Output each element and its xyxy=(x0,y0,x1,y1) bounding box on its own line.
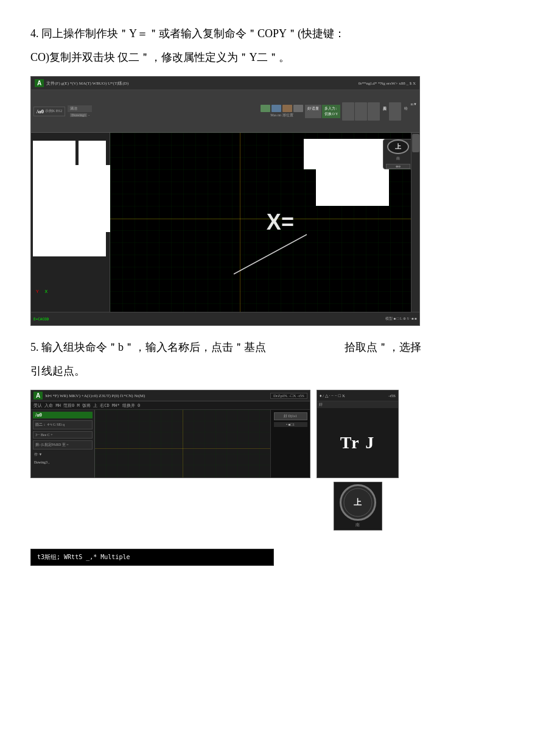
cad1-right-panel: 好·适显 多入力: 切换O Y xyxy=(305,105,340,118)
cad1-ribbon: /α0 示例K BS2 清洁 Drawing1 - Mas nn 渐位置 好· xyxy=(31,90,419,133)
cad1-tools: 实用工具 绘 m▼ xyxy=(342,102,417,121)
cad2-left-panel: /α0 圆二： 4+t G SEi q 3··· Bee C + 拥: (L批定… xyxy=(31,410,95,478)
cad2-indicator: • ■□1 xyxy=(274,422,307,427)
cad2-panel3: 拥: (L批定PARD 至 = xyxy=(33,440,93,449)
compass-inner: 上 xyxy=(387,139,409,154)
cad1-statusbar-icons: 模型 ■ □ L ⊕ S · ■ ■ xyxy=(385,316,417,322)
compass4-south: 南 xyxy=(355,522,360,528)
cad1-vscroll-thumb xyxy=(412,134,419,152)
cad1-titlebar: A 文件(F) g(E) *(V) MA(T) WBUO) U*(T)练(D) … xyxy=(31,77,419,90)
cad2-panel2: 3··· Bee C + xyxy=(33,431,93,439)
section5-text: 5. 输入组块命令＂b＂，输入名称后，点击＂基点 拾取点＂，选择 引线起点。 xyxy=(30,338,530,380)
cad2-right-panel: 好 Dj1s1 • ■□1 xyxy=(270,410,310,478)
fp-shape-5 xyxy=(82,232,106,256)
section4-line1: 4. 同上操作制作块＂Υ＝＂或者输入复制命令＂COPY＂(快捷键： xyxy=(30,24,530,43)
cad2-alpha: /α0 xyxy=(33,412,93,418)
fp-shape-4 xyxy=(33,183,82,256)
cad2-vline xyxy=(183,410,183,478)
cad1-ribbon-tabs: 清洁 Drawing1 - xyxy=(68,105,92,118)
compass4-container: 上 南 xyxy=(340,484,376,528)
cad-screenshot-3: ♦ / △ · − − □ X -t5S 好 Tr J xyxy=(317,390,399,478)
cad2-titlebar: A M•l *F) WR) MKV) +A(1)±0) Z3UT) P(0) f… xyxy=(31,390,310,401)
cad2-logo: A xyxy=(33,392,43,400)
cad-compass-4: 上 南 xyxy=(334,482,382,530)
cad1-hline xyxy=(110,219,419,219)
section4-line2: CO)复制并双击块 仅二＂，修改属性定义为＂Υ二＂。 xyxy=(30,48,530,67)
cad1-ribbon-left: /α0 示例K BS2 xyxy=(33,107,65,116)
cad1-axis: Y X xyxy=(36,289,47,294)
cad2-main-area xyxy=(95,410,270,478)
cad1-vline xyxy=(240,133,240,312)
cad1-title-right: 0r**ngl.d* *Ng ersW> x88 _ $ X xyxy=(359,81,416,86)
compass-controls: ⊕⊖ xyxy=(386,164,410,169)
fp-right-2 xyxy=(316,169,365,206)
cad1-icon3 xyxy=(282,105,292,112)
cad-screenshots-row: A M•l *F) WR) MKV) +A(1)±0) Z3UT) P(0) f… xyxy=(30,390,530,530)
cad2-title-info: DrZpIN. -□X -t5S xyxy=(270,393,307,399)
cad1-ribbon-right: Mas nn 渐位置 好·适显 多入力: 切换O Y 实用工具 绘 m▼ xyxy=(261,102,417,121)
cad2-drawing-name: Dawing3 , xyxy=(33,460,93,465)
cad-screenshot-2: A M•l *F) WR) MKV) +A(1)±0) Z3UT) P(0) f… xyxy=(30,390,310,478)
cad1-icon4 xyxy=(293,105,303,112)
cad1-cmd-text: E=CACOD xyxy=(33,317,49,321)
svg-line-0 xyxy=(234,234,307,274)
cad2-menu: M•l *F) WR) MKV) +A(1)±0) Z3UT) P(0) f1*… xyxy=(45,393,145,398)
compass-label: 上 xyxy=(395,143,401,151)
bottom-status-bar: t3斯组; WRttS _,* Multiple xyxy=(30,549,274,566)
section5-line2: 引线起点。 xyxy=(30,362,530,381)
compass4-label: 上 xyxy=(354,497,362,508)
cad1-left-panel: Y X xyxy=(31,133,110,312)
cad2-status-badge: 好 Dj1s1 xyxy=(274,412,307,420)
cad3-subtitle: 好 xyxy=(317,401,398,408)
cad3-titlebar: ♦ / △ · − − □ X -t5S xyxy=(317,390,398,401)
cad1-compass: 上 南 ⊕⊖ xyxy=(383,139,413,169)
cad1-icon1 xyxy=(261,105,270,112)
cad2-panel-label: 作·▼ xyxy=(33,451,93,458)
cad1-logo: A xyxy=(35,79,44,87)
compass4-inner: 上 xyxy=(340,484,376,521)
cad1-icon2 xyxy=(271,105,281,112)
compass-south: 南 xyxy=(396,156,400,161)
fp-shape-1 xyxy=(33,141,75,165)
bottom-status-text: t3斯组; WRttS _,* Multiple xyxy=(37,553,130,562)
cad1-floorplan-right xyxy=(304,139,383,206)
section5-line1: 5. 输入组块命令＂b＂，输入名称后，点击＂基点 拾取点＂，选择 xyxy=(30,338,530,357)
cad1-drawing-area: X= 上 南 ⊕⊖ xyxy=(110,133,419,312)
cad2-content: /α0 圆二： 4+t G SEi q 3··· Bee C + 拥: (L批定… xyxy=(31,410,310,478)
cad1-cmdline: E=CACOD 模型 ■ □ L ⊕ S · ■ ■ xyxy=(31,312,419,325)
cad2-panel1: 圆二： 4+t G SEi q xyxy=(33,420,93,429)
cad1-floorplan-left xyxy=(33,141,106,256)
fp-right-1 xyxy=(304,139,365,169)
cad1-diagonal xyxy=(228,231,319,280)
cad1-workspace: Y X X= xyxy=(31,133,419,312)
cad1-vscroll[interactable] xyxy=(411,133,419,312)
cad1-menu: 文件(F) g(E) *(V) MA(T) WBUO) U*(T)练(D) xyxy=(46,80,128,86)
section4-text: 4. 同上操作制作块＂Υ＝＂或者输入复制命令＂COPY＂(快捷键： CO)复制并… xyxy=(30,24,530,66)
cad-screenshot-1: A 文件(F) g(E) *(V) MA(T) WBUO) U*(T)练(D) … xyxy=(30,76,420,326)
cad3-trj-display: Tr J xyxy=(317,408,398,477)
cad-right-column: ♦ / △ · − − □ X -t5S 好 Tr J 上 南 xyxy=(317,390,399,530)
cad2-cmd-history: 受认 入命 MH 范前0 M 饭将 上 右CD MH* 组换并 0 xyxy=(31,401,310,410)
cad1-statusbar: 作图 1:92 xyxy=(31,325,419,326)
fp-shape-6 xyxy=(79,141,106,165)
